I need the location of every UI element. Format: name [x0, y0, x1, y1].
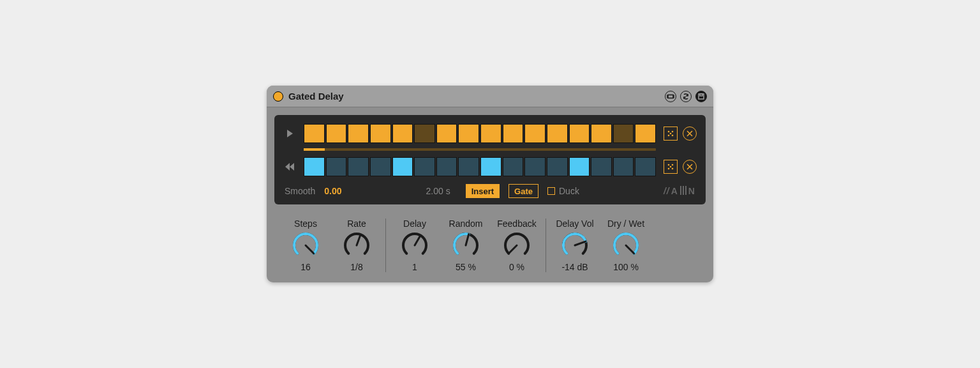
knob-group-0: Steps 16 Rate 1/8 — [277, 218, 385, 272]
knob-controls: Steps 16 Rate 1/8 Delay 1 Random 55 % Fe… — [267, 212, 713, 282]
save-icon[interactable] — [695, 91, 707, 102]
delay-step-grid[interactable] — [304, 157, 656, 176]
gate-step-grid[interactable] — [304, 124, 656, 143]
knob-dial-delay[interactable] — [401, 231, 429, 259]
randomize-gate-button[interactable] — [664, 126, 678, 141]
step-cell[interactable] — [569, 124, 590, 143]
sequencer-row-gate — [283, 124, 697, 143]
knob-dial-rate[interactable] — [343, 231, 371, 259]
knob-group-2: Delay Vol -14 dB Dry / Wet 100 % — [546, 218, 655, 272]
checkbox-box-icon — [547, 187, 555, 195]
step-cell[interactable] — [348, 124, 369, 143]
step-cell[interactable] — [304, 157, 325, 176]
clear-gate-button[interactable] — [683, 126, 697, 141]
step-cell[interactable] — [503, 124, 524, 143]
sequencer-footer: Smooth 0.00 2.00 s Insert Gate Duck //AN — [283, 181, 697, 198]
knob-dry-wet: Dry / Wet 100 % — [606, 218, 646, 272]
knob-label: Random — [449, 218, 483, 229]
knob-label: Rate — [347, 218, 366, 229]
svg-line-13 — [306, 245, 314, 254]
duck-checkbox[interactable]: Duck — [547, 186, 579, 196]
svg-line-15 — [415, 235, 420, 245]
gate-button[interactable]: Gate — [509, 184, 538, 198]
step-cell[interactable] — [503, 157, 524, 176]
svg-line-16 — [466, 234, 469, 245]
knob-dial-feedback[interactable] — [503, 231, 531, 259]
step-cell[interactable] — [414, 157, 435, 176]
knob-dial-steps[interactable] — [292, 231, 320, 259]
sequencer-row-delay — [283, 157, 697, 176]
knob-random: Random 55 % — [446, 218, 486, 272]
step-cell[interactable] — [613, 157, 634, 176]
svg-line-14 — [357, 234, 360, 245]
step-cell[interactable] — [480, 124, 501, 143]
svg-point-10 — [670, 166, 672, 168]
knob-label: Steps — [294, 218, 317, 229]
knob-value: 1/8 — [350, 262, 362, 272]
titlebar-icons — [665, 91, 707, 102]
device-title: Gated Delay — [288, 91, 665, 102]
step-cell[interactable] — [524, 124, 546, 143]
svg-point-6 — [668, 135, 670, 137]
refresh-icon[interactable] — [680, 91, 692, 102]
svg-line-17 — [509, 245, 517, 254]
knob-delay-vol: Delay Vol -14 dB — [555, 218, 595, 272]
insert-button[interactable]: Insert — [466, 184, 500, 198]
step-cell[interactable] — [370, 157, 391, 176]
titlebar: Gated Delay — [267, 86, 713, 107]
step-cell[interactable] — [591, 124, 612, 143]
knob-dial-delay-vol[interactable] — [561, 231, 589, 259]
duck-label: Duck — [559, 186, 579, 196]
svg-point-8 — [668, 164, 670, 166]
sequencer-panel: Smooth 0.00 2.00 s Insert Gate Duck //AN — [274, 115, 706, 204]
knob-value: 0 % — [509, 262, 524, 272]
knob-rate: Rate 1/8 — [337, 218, 376, 272]
svg-line-18 — [575, 241, 586, 245]
step-cell[interactable] — [326, 124, 347, 143]
playhead-progress — [304, 148, 656, 151]
step-cell[interactable] — [326, 157, 347, 176]
step-cell[interactable] — [458, 157, 479, 176]
step-cell[interactable] — [635, 124, 656, 143]
smooth-value[interactable]: 0.00 — [324, 186, 341, 196]
time-value[interactable]: 2.00 s — [426, 186, 450, 196]
step-cell[interactable] — [524, 157, 546, 176]
step-cell[interactable] — [547, 124, 568, 143]
step-cell[interactable] — [370, 124, 391, 143]
step-cell[interactable] — [392, 124, 413, 143]
knob-value: -14 dB — [561, 262, 588, 272]
step-cell[interactable] — [458, 124, 479, 143]
svg-point-4 — [672, 131, 674, 133]
svg-point-5 — [670, 133, 672, 135]
knob-value: 55 % — [456, 262, 476, 272]
step-cell[interactable] — [436, 157, 457, 176]
knob-label: Dry / Wet — [607, 218, 644, 229]
svg-line-19 — [626, 245, 634, 254]
step-cell[interactable] — [480, 157, 501, 176]
step-cell[interactable] — [547, 157, 568, 176]
knob-delay: Delay 1 — [395, 218, 434, 272]
knob-dial-dry-wet[interactable] — [612, 231, 640, 259]
step-cell[interactable] — [348, 157, 369, 176]
svg-point-3 — [668, 131, 670, 133]
gated-delay-device: Gated Delay — [267, 86, 713, 282]
randomize-delay-button[interactable] — [664, 160, 678, 174]
step-cell[interactable] — [436, 124, 457, 143]
knob-feedback: Feedback 0 % — [497, 218, 537, 272]
svg-point-11 — [668, 168, 670, 170]
step-cell[interactable] — [569, 157, 590, 176]
step-cell[interactable] — [304, 124, 325, 143]
step-cell[interactable] — [414, 124, 435, 143]
step-cell[interactable] — [591, 157, 612, 176]
step-cell[interactable] — [613, 124, 634, 143]
knob-label: Delay Vol — [556, 218, 593, 229]
expand-icon[interactable] — [665, 91, 676, 102]
step-cell[interactable] — [392, 157, 413, 176]
step-cell[interactable] — [635, 157, 656, 176]
knob-dial-random[interactable] — [452, 231, 480, 259]
play-icon — [283, 129, 296, 138]
svg-rect-0 — [668, 95, 673, 98]
clear-delay-button[interactable] — [683, 160, 697, 174]
knob-steps: Steps 16 — [286, 218, 325, 272]
device-enable-toggle[interactable] — [273, 91, 283, 102]
